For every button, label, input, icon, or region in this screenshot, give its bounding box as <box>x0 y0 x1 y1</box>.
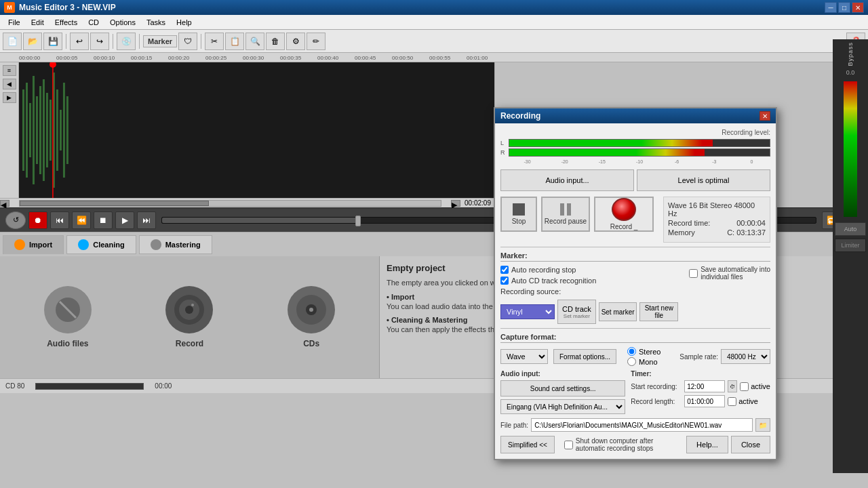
limiter-btn[interactable]: Limiter <box>835 239 866 252</box>
shutdown-cb[interactable] <box>564 441 573 449</box>
shield-btn[interactable]: 🛡 <box>178 33 197 50</box>
prev-btn[interactable]: ⏮ <box>50 211 69 229</box>
set-marker-btn[interactable]: Set marker <box>599 302 637 321</box>
delete-btn[interactable]: 🗑 <box>266 33 285 50</box>
dialog-close-icon[interactable]: ✕ <box>760 111 770 121</box>
active-2-checkbox[interactable] <box>728 397 736 406</box>
audio-files-item[interactable]: Audio files <box>44 286 92 348</box>
simplified-btn[interactable]: Simplified << <box>500 436 555 453</box>
svg-rect-2 <box>26 83 28 178</box>
stop-btn[interactable]: Stop <box>500 197 537 232</box>
play-btn[interactable]: ▶ <box>115 211 134 229</box>
start-new-file-btn[interactable]: Start new file <box>639 302 678 321</box>
auto-btn[interactable]: Auto <box>835 222 866 236</box>
redo-btn[interactable]: ↪ <box>90 33 109 50</box>
record-transport-btn[interactable]: ⏺ <box>28 211 47 229</box>
next-btn[interactable]: ⏭ <box>137 211 156 229</box>
waveform-container <box>19 62 494 198</box>
rec-length-input[interactable] <box>684 395 725 407</box>
pause-icon <box>560 203 571 216</box>
source-dropdown[interactable]: Vinyl <box>500 304 555 319</box>
track-ctrl-1[interactable]: ≡ <box>3 65 16 76</box>
input-device-dropdown[interactable]: Eingang (VIA High Definition Au... <box>500 399 625 414</box>
pen-btn[interactable]: ✏ <box>307 33 326 50</box>
stereo-radio[interactable] <box>627 347 636 356</box>
loop-icon[interactable]: ↺ <box>5 211 26 229</box>
track-ctrl-2[interactable]: ◀ <box>3 79 16 89</box>
save-auto-cb[interactable] <box>689 269 698 278</box>
auto-stop-cb[interactable] <box>500 266 509 274</box>
close-btn[interactable]: ✕ <box>852 2 864 13</box>
svg-rect-4 <box>33 76 35 184</box>
filepath-browse-btn[interactable]: 📁 <box>755 418 770 432</box>
scroll-right-btn[interactable]: ▶ <box>451 200 460 207</box>
shutdown-section: Shut down computer afterautomatic record… <box>557 437 684 452</box>
maximize-btn[interactable]: □ <box>838 2 850 13</box>
track-area: ≡ ◀ ▶ <box>0 62 495 198</box>
sample-rate-dropdown[interactable]: 48000 Hz <box>721 349 770 364</box>
menu-options[interactable]: Options <box>104 17 141 28</box>
burn-btn[interactable]: 💿 <box>117 33 136 50</box>
level-scale: -30 -20 -15 -10 -6 -3 0 <box>500 159 770 164</box>
ruler-mark-7: 00:00:35 <box>280 55 317 62</box>
save-auto-row: Save automatically intoindividual files <box>689 266 770 281</box>
settings-btn[interactable]: ⚙ <box>286 33 305 50</box>
svg-rect-3 <box>29 103 31 157</box>
mono-radio[interactable] <box>627 357 636 366</box>
format-options-btn[interactable]: Format options... <box>553 349 616 364</box>
stop-transport-btn[interactable]: ⏹ <box>94 211 113 229</box>
menu-help[interactable]: Help <box>171 17 197 28</box>
scroll-left-btn[interactable]: ◀ <box>0 200 9 207</box>
search-btn[interactable]: 🔍 <box>245 33 264 50</box>
sound-card-btn[interactable]: Sound card settings... <box>500 380 625 396</box>
record-big-btn[interactable]: Record _ <box>594 197 654 232</box>
menu-cd[interactable]: CD <box>83 17 104 28</box>
memory-row: Memory C: 03:13:37 <box>668 228 766 237</box>
sep3 <box>139 34 140 49</box>
rewind-btn[interactable]: ⏪ <box>72 211 91 229</box>
svg-point-25 <box>309 308 313 312</box>
pause-btn[interactable]: Record pause <box>541 197 590 232</box>
minimize-btn[interactable]: ─ <box>825 2 837 13</box>
sep2 <box>113 34 113 49</box>
copy-btn[interactable]: 📋 <box>225 33 244 50</box>
cd-progress-bar[interactable] <box>35 383 144 390</box>
menu-tasks[interactable]: Tasks <box>141 17 171 28</box>
save-btn[interactable]: 💾 <box>43 33 62 50</box>
filepath-input[interactable] <box>531 418 753 432</box>
undo-btn[interactable]: ↩ <box>70 33 89 50</box>
help-dialog-btn[interactable]: Help... <box>686 436 728 453</box>
start-rec-input[interactable] <box>684 380 725 392</box>
active-1-checkbox[interactable] <box>740 382 749 391</box>
h-scrollbar[interactable]: ◀ ▶ 00:02:09 <box>0 198 495 207</box>
record-time-value: 00:00:04 <box>736 219 766 227</box>
menu-effects[interactable]: Effects <box>50 17 83 28</box>
scroll-track[interactable] <box>19 200 441 207</box>
wave-dropdown[interactable]: Wave <box>500 349 548 364</box>
scroll-thumb[interactable] <box>20 201 209 206</box>
record-item[interactable]: Record <box>165 286 213 348</box>
cd-track-marker-btn[interactable]: CD track Set marker <box>557 300 596 324</box>
tab-cleaning[interactable]: Cleaning <box>66 235 136 254</box>
auto-cd-cb[interactable] <box>500 277 509 285</box>
tab-mastering[interactable]: Mastering <box>139 235 212 254</box>
active-2-label: active <box>738 397 758 405</box>
close-dialog-btn[interactable]: Close <box>731 436 770 453</box>
cut-btn[interactable]: ✂ <box>205 33 224 50</box>
cds-item[interactable]: CDs <box>288 286 335 348</box>
new-btn[interactable]: 📄 <box>3 33 22 50</box>
track-ctrl-3[interactable]: ▶ <box>3 92 16 103</box>
menu-edit[interactable]: Edit <box>26 17 50 28</box>
record-length-row: Record length: active <box>631 395 770 407</box>
open-btn[interactable]: 📂 <box>23 33 42 50</box>
tab-import[interactable]: Import <box>3 235 64 254</box>
progress-thumb[interactable] <box>355 216 361 226</box>
level-optimal-btn[interactable]: Level is optimal <box>637 169 770 191</box>
level-bar-container: L R -30 -20 -15 <box>500 139 770 164</box>
start-rec-spin[interactable]: ⏱ <box>728 380 737 392</box>
ruler-mark-3: 00:00:15 <box>131 55 168 62</box>
top-controls-row: Audio input... Level is optimal <box>500 169 770 191</box>
audio-input-btn[interactable]: Audio input... <box>500 169 634 191</box>
bottom-left: Audio files Record CDs <box>0 256 380 378</box>
menu-file[interactable]: File <box>3 17 26 28</box>
